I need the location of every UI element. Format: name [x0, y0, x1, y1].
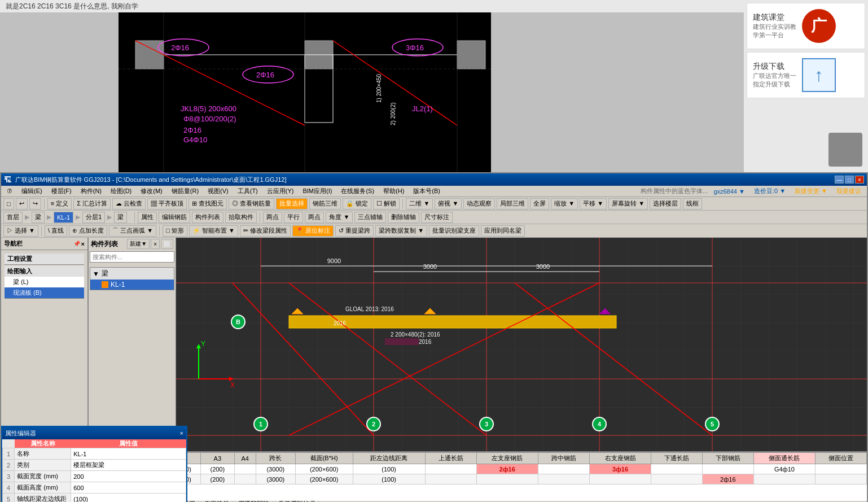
tree-item-kl1[interactable]: KL-1	[90, 280, 174, 290]
btn-properties[interactable]: 属性	[138, 212, 157, 223]
btn-component-list[interactable]: 构件列表	[192, 212, 223, 223]
menu-view[interactable]: 视图(V)	[204, 186, 232, 196]
maximize-button[interactable]: □	[845, 176, 854, 184]
btn-undo[interactable]: ↩	[16, 198, 28, 209]
btn-view-rebar[interactable]: ◎ 查看钢筋量	[229, 198, 274, 209]
btn-edit-rebar[interactable]: 编辑钢筋	[159, 212, 190, 223]
btn-pan[interactable]: 平移 ▼	[580, 198, 607, 209]
row2-bot-steel[interactable]: 2ф16	[702, 474, 753, 484]
btn-rect[interactable]: □ 矩形	[163, 225, 187, 237]
row2-bot-thru[interactable]	[651, 474, 703, 484]
row2-top-thru[interactable]	[425, 474, 476, 484]
menu-price[interactable]: 造价豆:0 ▼	[751, 186, 789, 196]
row1-side-thru[interactable]: G4ф10	[753, 464, 816, 474]
row1-span[interactable]: (3000)	[256, 464, 295, 474]
btn-original-mark[interactable]: 📍 原位标注	[292, 225, 334, 237]
btn-three-point-axis[interactable]: 三点辅轴	[354, 212, 386, 223]
btn-pick-component[interactable]: 抬取构件	[225, 212, 257, 223]
minimize-button[interactable]: —	[835, 176, 844, 184]
menu-edit[interactable]: 编辑(E)	[18, 186, 46, 196]
btn-batch-identify[interactable]: 批量识别梁支座	[429, 225, 479, 237]
menu-draw[interactable]: 绘图(D)	[107, 186, 135, 196]
tab-beam[interactable]: 梁	[32, 212, 45, 223]
menu-rebar[interactable]: 钢筋量(R)	[168, 186, 202, 196]
btn-select-floor[interactable]: 选择楼层	[650, 198, 681, 209]
btn-zoom[interactable]: 缩放 ▼	[551, 198, 578, 209]
btn-select[interactable]: ▷ 选择 ▼	[3, 225, 38, 237]
nav-pin-icon[interactable]: 📌	[73, 241, 80, 247]
row1-a4[interactable]	[234, 464, 256, 474]
row1-left-support[interactable]: 2ф16	[476, 464, 538, 474]
btn-calc[interactable]: Σ 汇总计算	[73, 198, 111, 209]
nav-item-slab[interactable]: 现浇板 (B)	[5, 287, 84, 298]
row1-a3[interactable]: (200)	[201, 464, 234, 474]
row2-left-support[interactable]	[476, 474, 538, 484]
btn-smart-place[interactable]: ⚡ 智能布置 ▼	[189, 225, 238, 237]
nav-item-beam[interactable]: 梁 (L)	[5, 277, 84, 287]
row1-side-pos[interactable]	[816, 464, 867, 474]
btn-top-view[interactable]: 俯视 ▼	[435, 198, 462, 209]
row2-a4[interactable]	[234, 474, 256, 484]
btn-new-component[interactable]: 新建▼	[127, 239, 150, 249]
menu-bim[interactable]: BIM应用(I)	[299, 186, 335, 196]
menu-cloud[interactable]: 云应用(Y)	[264, 186, 297, 196]
btn-apply-same-name[interactable]: 应用到同名梁	[481, 225, 525, 237]
btn-new[interactable]: □	[3, 198, 14, 209]
btn-parallel[interactable]: 平行	[284, 212, 303, 223]
btn-copy-span-data[interactable]: 梁跨数据复制 ▼	[375, 225, 427, 237]
btn-wireframe[interactable]: 线框	[683, 198, 702, 209]
btn-find-elem[interactable]: ⊞ 查找图元	[188, 198, 227, 209]
menu-tools[interactable]: 工具(T)	[234, 186, 261, 196]
ad-upgrade-download[interactable]: 升级下载 广联达官方唯一 指定升级下载 ↑	[747, 52, 865, 98]
row1-section[interactable]: (200×600)	[295, 464, 353, 474]
menu-online[interactable]: 在线服务(S)	[337, 186, 378, 196]
btn-angle[interactable]: 角度 ▼	[326, 212, 353, 223]
btn-copy-component[interactable]: ⬜	[161, 239, 173, 249]
drawing-canvas[interactable]: 9000 3000 3000 1	[176, 238, 867, 481]
btn-modify-segment[interactable]: ✏ 修改梁段属性	[240, 225, 291, 237]
menu-version[interactable]: 版本号(B)	[410, 186, 444, 196]
menu-modify[interactable]: 修改(M)	[137, 186, 166, 196]
ad-building-classroom[interactable]: 建筑课堂 建筑行业实训教 学第一平台 广	[747, 3, 865, 49]
btn-rotate[interactable]: 屏幕旋转 ▼	[608, 198, 648, 209]
row2-section[interactable]: (200×600)	[295, 474, 353, 484]
nav-project-settings[interactable]: 工程设置	[5, 254, 84, 264]
row2-span[interactable]: (3000)	[256, 474, 295, 484]
row2-mid-steel[interactable]	[538, 474, 590, 484]
menu-component[interactable]: 构件(N)	[77, 186, 105, 196]
btn-del-axis[interactable]: 删除辅轴	[388, 212, 419, 223]
search-input[interactable]	[90, 251, 174, 263]
btn-dynamic-observe[interactable]: 动态观察	[463, 198, 495, 209]
prop-panel-close[interactable]: ×	[180, 430, 183, 436]
row1-bot-thru[interactable]	[651, 464, 703, 474]
close-button[interactable]: ×	[855, 176, 864, 184]
btn-two-points2[interactable]: 两点	[305, 212, 324, 223]
btn-reextract-span[interactable]: ↺ 重提梁跨	[335, 225, 374, 237]
btn-batch-select[interactable]: 批量选择	[276, 198, 308, 209]
menu-user[interactable]: gxz6844 ▼	[710, 187, 748, 195]
menu-suggestion[interactable]: 我要建议	[833, 186, 865, 196]
row2-a3[interactable]: (200)	[201, 474, 234, 484]
menu-help[interactable]: 帮助(H)	[380, 186, 407, 196]
row1-bot-steel[interactable]	[702, 464, 753, 474]
btn-local-3d[interactable]: 局部三维	[497, 198, 528, 209]
btn-2d[interactable]: 二维 ▼	[406, 198, 433, 209]
btn-dim-label[interactable]: 尺寸标注	[421, 212, 453, 223]
row1-left-dist[interactable]: (100)	[353, 464, 425, 474]
nav-drawing-input[interactable]: 绘图输入	[5, 266, 84, 277]
tab-layer1[interactable]: 分层1	[82, 212, 105, 223]
btn-delete-component[interactable]: ×	[151, 239, 160, 249]
btn-point-length[interactable]: ⊕ 点加长度	[69, 225, 107, 237]
btn-three-arc[interactable]: ⌒ 三点画弧 ▼	[109, 225, 156, 237]
tab-kl1[interactable]: KL-1	[54, 212, 73, 223]
btn-lock[interactable]: 🔒 锁定	[343, 198, 371, 209]
btn-redo[interactable]: ↪	[29, 198, 41, 209]
btn-unlock[interactable]: ☐ 解锁	[373, 198, 400, 209]
nav-close-icon[interactable]: ×	[81, 241, 85, 247]
btn-line[interactable]: \ 直线	[45, 225, 67, 237]
menu-new-change[interactable]: 新建变更 ▼	[791, 186, 831, 196]
menu-floor[interactable]: 楼层(F)	[48, 186, 75, 196]
row2-left-dist[interactable]: (100)	[353, 474, 425, 484]
row1-top-thru[interactable]	[425, 464, 476, 474]
row1-right-support[interactable]: 3ф16	[589, 464, 651, 474]
